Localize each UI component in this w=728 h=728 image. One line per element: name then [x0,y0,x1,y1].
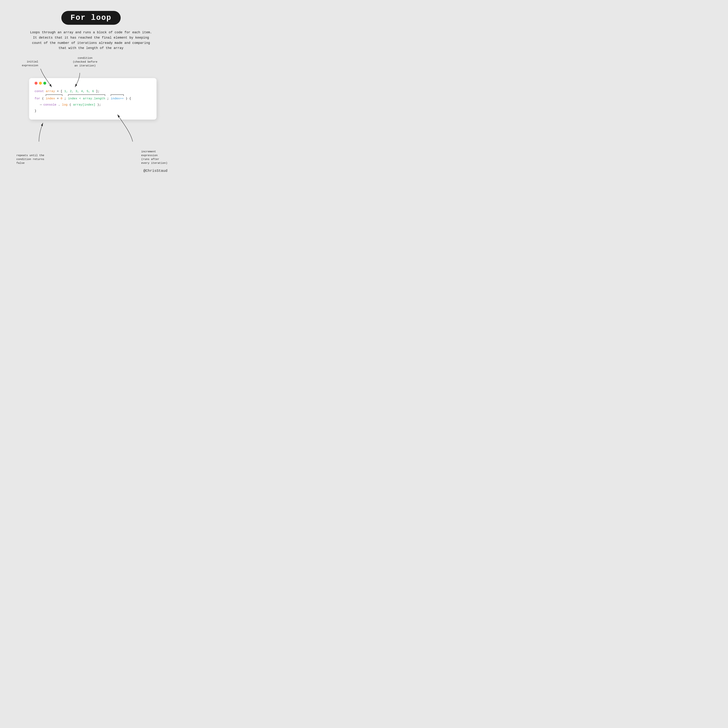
kw-array-var: array [46,90,55,93]
kw-cond: index < array.length [68,97,105,100]
kw-nums: 1, 2, 3, 4, 5, 6 [64,90,94,93]
code-line-4: } [35,108,151,114]
kw-arr-idx: array[index] [73,103,95,107]
code-window: const array = [ 1, 2, 3, 4, 5, 6 ]; for … [29,78,156,119]
author: @ChrisStaud [144,169,167,173]
bracket-inc: index++ [111,96,124,102]
kw-for: for [35,97,40,100]
window-buttons [35,82,151,85]
kw-console: console [43,103,56,107]
btn-green [43,82,46,85]
kw-const: const [35,90,44,93]
btn-red [35,82,37,85]
kw-zero: 0 [61,97,63,100]
code-block: const array = [ 1, 2, 3, 4, 5, 6 ]; for … [35,88,151,114]
kw-log: log [62,103,67,107]
btn-yellow [39,82,42,85]
kw-inc: index++ [111,97,124,100]
description: Loops through an array and runs a block … [29,30,153,51]
annotation-repeats: repeats until the condition returns fals… [16,154,44,165]
annotation-initial: initial expression [22,60,38,67]
title-badge: For loop [61,11,121,25]
code-line-1: const array = [ 1, 2, 3, 4, 5, 6 ]; [35,88,151,95]
bracket-cond: index < array.length [68,96,105,102]
title-text: For loop [70,14,112,22]
page: For loop Loops through an array and runs… [0,0,182,182]
code-line-3: → console . log ( array[index] ); [40,102,151,108]
annotation-increment: increment expression (runs after every i… [141,150,167,165]
kw-index-init: index [46,97,55,100]
annotation-condition: condition (checked before an iteration) [73,56,97,68]
diagram-area: initial expression condition (checked be… [11,56,171,169]
bracket-init: index = 0 [46,96,63,102]
code-line-2: for ( index = 0 ; index < array.length ;… [35,96,151,102]
